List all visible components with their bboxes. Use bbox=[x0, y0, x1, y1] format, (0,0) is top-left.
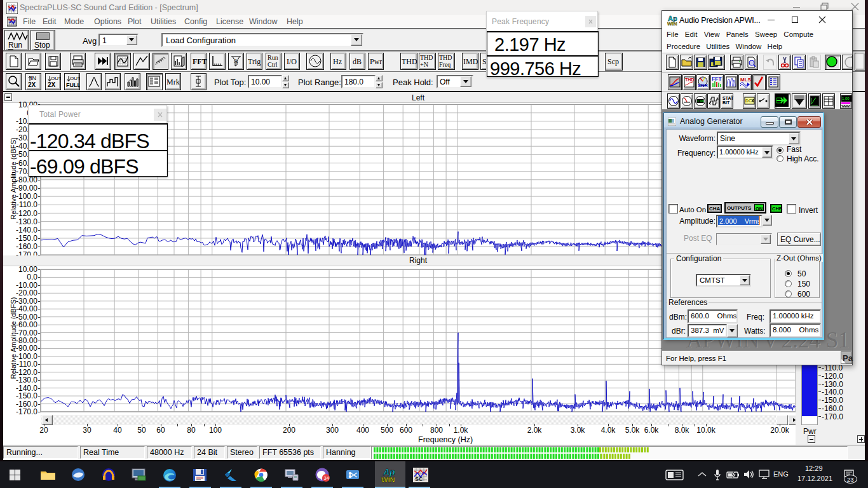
svg-text:1.99: 1.99 bbox=[697, 99, 704, 103]
svg-text:A: A bbox=[234, 58, 238, 64]
svg-text:FULL: FULL bbox=[66, 82, 79, 88]
svg-text:OUT: OUT bbox=[70, 76, 79, 81]
svg-text:MLS: MLS bbox=[740, 77, 751, 83]
svg-text:IN: IN bbox=[31, 75, 36, 81]
svg-text:2X: 2X bbox=[48, 81, 56, 88]
svg-text:WIN: WIN bbox=[667, 21, 677, 26]
svg-text:WIN: WIN bbox=[381, 476, 395, 484]
svg-text:OUT: OUT bbox=[51, 76, 60, 81]
svg-text:THD: THD bbox=[685, 78, 694, 82]
svg-text:SNR: SNR bbox=[698, 83, 708, 88]
svg-text:1.00: 1.00 bbox=[842, 97, 850, 100]
svg-text:SC: SC bbox=[415, 476, 423, 482]
svg-text:2X: 2X bbox=[28, 81, 36, 88]
svg-text:FFT: FFT bbox=[712, 76, 722, 82]
svg-text:34: 34 bbox=[324, 475, 329, 481]
